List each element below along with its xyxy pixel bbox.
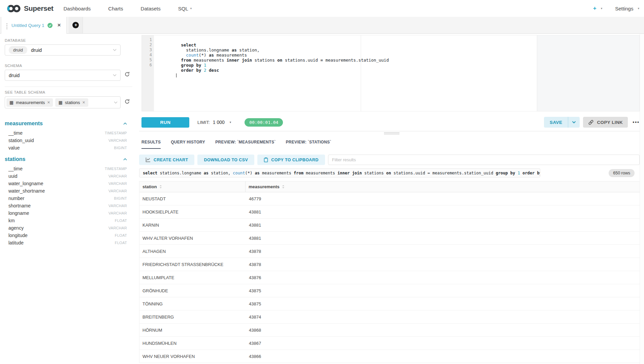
close-icon[interactable]: × — [58, 22, 61, 29]
column-name: km — [8, 218, 15, 223]
measurements-cell: 43876 — [246, 275, 640, 280]
nav-item[interactable]: SQL▾ — [178, 6, 192, 11]
drag-handle-icon[interactable] — [6, 25, 7, 26]
column-header-station[interactable]: station — [139, 181, 246, 192]
schema-label: SCHEMA — [5, 64, 139, 68]
copy-link-button[interactable]: COPY LINK — [583, 117, 628, 128]
results-tab[interactable]: PREVIEW: `MEASUREMENTS` — [215, 137, 276, 149]
table-icon: ▦ — [9, 100, 13, 105]
chevron-down-icon — [113, 74, 117, 76]
schema-select[interactable]: druid — [5, 70, 121, 81]
column-type: VARCHAR — [108, 174, 127, 178]
results-table-body: NEUSTADT 46779 HOOKSIELPLATE 43881 KARNI… — [139, 192, 640, 363]
table-chip-label: stations — [65, 100, 80, 105]
measurements-cell: 43881 — [246, 209, 640, 214]
refresh-schema-button[interactable] — [124, 71, 130, 77]
table-chip[interactable]: ▦ measurements × — [6, 98, 53, 107]
column-type: FLOAT — [115, 233, 127, 237]
new-menu-button[interactable]: + ▾ — [593, 5, 602, 12]
column-type: FLOAT — [115, 219, 127, 223]
table-chip[interactable]: ▦ stations × — [55, 98, 88, 107]
query-tab-active[interactable]: Untitled Query 1 × — [1, 17, 67, 34]
schema-value: druid — [9, 73, 20, 78]
results-tab[interactable]: PREVIEW: `STATIONS` — [286, 137, 331, 149]
table-section-stations[interactable]: stations — [5, 156, 127, 162]
column-type: VARCHAR — [108, 138, 127, 142]
table-row: HOOKSIELPLATE 43881 — [139, 205, 640, 219]
table-chip-label: measurements — [16, 100, 45, 105]
table-row: BREITENBERG 43874 — [139, 310, 640, 324]
add-query-tab[interactable]: + — [69, 17, 83, 33]
save-button[interactable]: SAVE — [544, 117, 568, 128]
column-type: VARCHAR — [108, 226, 127, 230]
nav-item[interactable]: Datasets — [141, 6, 163, 11]
results-tab[interactable]: QUERY HISTORY — [171, 137, 205, 149]
chevron-up-icon[interactable] — [123, 158, 127, 161]
plus-circle-icon[interactable]: + — [72, 22, 79, 28]
table-section-measurements[interactable]: measurements — [5, 121, 127, 127]
nav-item[interactable]: Dashboards — [63, 6, 93, 11]
table-row: HÖRNUM 43868 — [139, 324, 640, 337]
measurements-cell: 43878 — [246, 262, 640, 267]
download-csv-button[interactable]: DOWNLOAD TO CSV — [197, 155, 254, 165]
station-cell: WHV NEUER VORHAFEN — [139, 354, 246, 359]
filter-results-input[interactable] — [328, 155, 640, 165]
settings-label: Settings — [615, 6, 633, 11]
create-chart-button[interactable]: CREATE CHART — [139, 155, 194, 165]
save-dropdown-button[interactable] — [568, 117, 580, 128]
station-cell: WHV ALTER VORHAFEN — [139, 236, 246, 241]
column-name: station_uuid — [8, 138, 34, 143]
station-cell: GRÖNHUDE — [139, 288, 246, 293]
line-number: 6 — [142, 63, 152, 68]
sort-icon[interactable] — [159, 185, 162, 189]
column-name: water_longname — [8, 181, 43, 186]
nav-item[interactable]: Charts — [108, 6, 125, 11]
copy-clipboard-button[interactable]: COPY TO CLIPBOARD — [257, 155, 325, 165]
column-row: station_uuid VARCHAR — [5, 137, 127, 144]
database-select[interactable]: druid druid — [5, 44, 121, 56]
chevron-up-icon[interactable] — [123, 123, 127, 125]
column-name: __time — [8, 166, 23, 171]
pane-resize-handle[interactable] — [384, 132, 399, 134]
chip-close-icon[interactable]: × — [83, 100, 85, 105]
editor-code-area[interactable]: select stations.longname as station, cou… — [154, 35, 639, 111]
column-name: shortname — [8, 203, 31, 208]
editor-gutter: 123456 — [142, 35, 154, 111]
station-cell: MELLUMPLATE — [139, 275, 246, 280]
table-schema-select[interactable]: ▦ measurements × ▦ stations × — [5, 96, 121, 108]
refresh-tables-button[interactable] — [124, 99, 130, 104]
sort-icon[interactable] — [282, 185, 285, 189]
plus-icon: + — [593, 5, 597, 12]
column-name: latitude — [8, 240, 24, 245]
column-name: agency — [8, 225, 24, 231]
chip-close-icon[interactable]: × — [47, 100, 50, 105]
results-actions: CREATE CHART DOWNLOAD TO CSV COPY TO CLI… — [139, 155, 640, 165]
column-header-measurements[interactable]: measurements — [246, 181, 640, 192]
measurements-cell: 43874 — [246, 315, 640, 320]
scrollbar-track[interactable] — [640, 34, 644, 364]
column-row: number BIGINT — [5, 195, 127, 202]
table-row: TÖNNING 43875 — [139, 297, 640, 310]
column-name: longname — [8, 210, 29, 216]
column-row: agency VARCHAR — [5, 224, 127, 232]
measurements-cell: 43878 — [246, 249, 640, 254]
sql-editor[interactable]: 123456 select stations.longname as stati… — [141, 35, 640, 111]
results-tab[interactable]: RESULTS — [141, 137, 161, 149]
copy-link-label: COPY LINK — [597, 120, 623, 125]
station-cell: BREITENBERG — [139, 315, 246, 320]
column-row: longname VARCHAR — [5, 209, 127, 217]
column-type: VARCHAR — [108, 181, 127, 186]
measurements-cell: 43875 — [246, 288, 640, 293]
more-menu-button[interactable]: ••• — [633, 120, 640, 125]
table-row: WHV NEUER VORHAFEN 43866 — [139, 350, 640, 363]
nav-menu: Dashboards Charts Datasets SQL▾ — [63, 6, 207, 11]
executed-query-text: select stations.longname as station, cou… — [139, 168, 540, 177]
line-number: 2 — [142, 42, 152, 47]
run-button[interactable]: RUN — [141, 117, 189, 128]
limit-label: LIMIT: — [197, 120, 210, 125]
column-name: number — [8, 196, 24, 201]
column-row: __time TIMESTAMP — [5, 129, 127, 137]
superset-brand[interactable]: Superset — [3, 4, 57, 13]
limit-dropdown[interactable]: LIMIT: 1 000 ▾ — [197, 120, 231, 125]
settings-menu[interactable]: Settings ▾ — [615, 6, 639, 11]
